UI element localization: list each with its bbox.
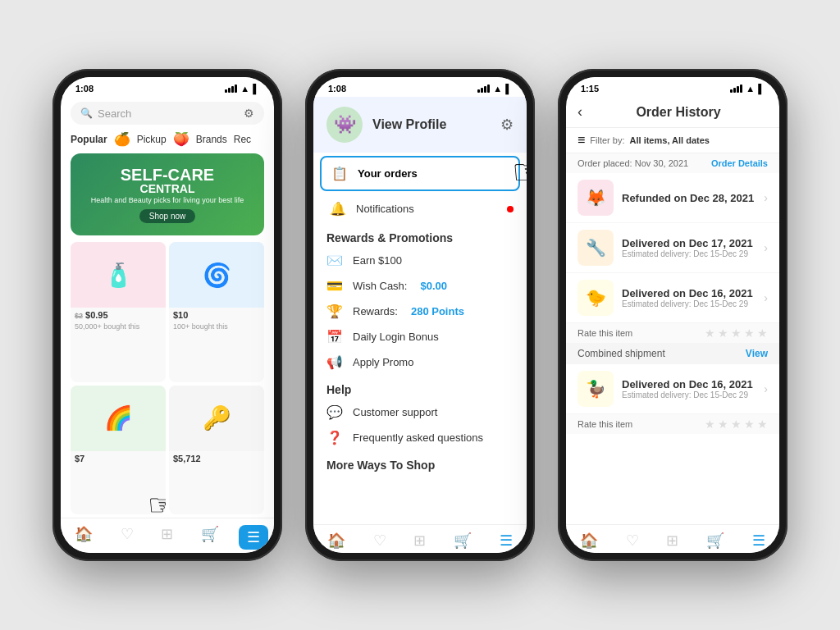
order-date-row: Order placed: Nov 30, 2021 Order Details [566, 153, 779, 173]
rate-label-2: Rate this item [578, 419, 632, 429]
back-button[interactable]: ‹ [578, 103, 582, 121]
order-item-4[interactable]: 🦆 Delivered on Dec 16, 2021 Estimated de… [566, 364, 779, 414]
nav-favorites-1[interactable]: ♡ [112, 525, 142, 550]
status-bar-3: 1:15 ▲ ▌ [566, 77, 779, 97]
tab-brands[interactable]: Brands [196, 134, 227, 145]
tab-pickup[interactable]: Pickup [137, 134, 167, 145]
earn-label: Earn $100 [353, 254, 402, 267]
product-card-2[interactable]: 🌀 $10 100+ bought this [169, 242, 264, 382]
stars-1[interactable]: ★ ★ ★ ★ ★ [705, 326, 768, 340]
customer-support-icon: 💬 [326, 404, 343, 420]
search-bar[interactable]: 🔍 Search ⚙ [71, 102, 264, 125]
battery-icon-3: ▌ [758, 84, 765, 94]
tab-popular[interactable]: Popular [71, 134, 107, 145]
order-item-2[interactable]: 🔧 Delivered on Dec 17, 2021 Estimated de… [566, 223, 779, 273]
order-est-4: Estimated delivery: Dec 15-Dec 29 [622, 390, 756, 399]
order-history-title: Order History [589, 105, 768, 120]
banner-title: SELF-CARE [121, 167, 214, 183]
orders-icon: 📋 [331, 166, 348, 181]
customer-support-item[interactable]: 💬 Customer support [313, 399, 527, 425]
apply-promo-item[interactable]: 📢 Apply Promo [313, 349, 527, 375]
nav-cart-3[interactable]: 🛒 [698, 532, 733, 550]
faq-item[interactable]: ❓ Frequently asked questions [313, 425, 527, 450]
order-img-3: 🐤 [578, 280, 614, 316]
view-profile-text: View Profile [372, 117, 491, 132]
order-status-3: Delivered on Dec 16, 2021 [622, 287, 756, 299]
profile-header[interactable]: 👾 View Profile ⚙ [313, 97, 527, 153]
search-input[interactable]: Search [98, 107, 131, 120]
cursor-hand-2: ☞ [512, 152, 527, 192]
nav-menu-3[interactable]: ☰ [744, 532, 774, 550]
wish-cash-label: Wish Cash: [353, 280, 407, 292]
product-price-1: $0.95 [85, 310, 108, 320]
cursor-hand-1: ☞ [148, 488, 166, 514]
more-ways-title: More Ways To Shop [313, 450, 527, 475]
filter-row[interactable]: ≡ Filter by: All items, All dates [566, 128, 779, 153]
product-card-4[interactable]: 🔑 $5,712 [169, 386, 264, 515]
product-buyers-2: 100+ bought this [169, 322, 264, 333]
filter-value: All items, All dates [630, 135, 710, 145]
notification-dot [507, 206, 514, 212]
order-item-1[interactable]: 🦊 Refunded on Dec 28, 2021 › [566, 173, 779, 223]
nav-categories-3[interactable]: ⊞ [658, 532, 687, 550]
faq-icon: ❓ [326, 430, 343, 445]
bottom-nav-2: 🏠 ♡ ⊞ 🛒 ☰ [313, 524, 527, 553]
product-price-2: $10 [173, 310, 188, 320]
promo-banner: SELF-CARE CENTRAL Health and Beauty pick… [71, 153, 264, 235]
notifications-item[interactable]: 🔔 Notifications [313, 194, 527, 223]
settings-icon[interactable]: ⚙ [500, 116, 514, 134]
rate-row-2: Rate this item ★ ★ ★ ★ ★ [566, 414, 779, 434]
nav-home-3[interactable]: 🏠 [572, 532, 606, 550]
nav-home-1[interactable]: 🏠 [66, 525, 101, 550]
nav-favorites-2[interactable]: ♡ [365, 532, 395, 550]
customer-support-label: Customer support [353, 406, 437, 418]
nav-cart-1[interactable]: 🛒 [193, 525, 227, 550]
stars-2[interactable]: ★ ★ ★ ★ ★ [705, 418, 768, 431]
battery-icon-1: ▌ [253, 84, 259, 94]
avatar: 👾 [326, 107, 363, 143]
status-bar-1: 1:08 ▲ ▌ [61, 77, 274, 97]
rewards-label: Rewards: [353, 305, 398, 317]
products-grid: 🧴 $2 $0.95 50,000+ bought this 🌀 $10 100… [61, 239, 274, 518]
notifications-label: Notifications [356, 203, 414, 215]
rewards-icon: 🏆 [326, 304, 343, 319]
filter-icon[interactable]: ⚙ [244, 107, 254, 120]
product-card-1[interactable]: 🧴 $2 $0.95 50,000+ bought this [71, 242, 166, 382]
your-orders-item[interactable]: 📋 Your orders ☞ [320, 156, 520, 191]
nav-categories-1[interactable]: ⊞ [153, 525, 181, 550]
filter-icon-3: ≡ [578, 133, 585, 148]
wish-cash-value: $0.00 [420, 280, 447, 292]
daily-login-label: Daily Login Bonus [353, 331, 439, 343]
nav-categories-2[interactable]: ⊞ [405, 532, 434, 550]
faq-label: Frequently asked questions [353, 431, 483, 444]
order-details-link[interactable]: Order Details [711, 158, 768, 168]
product-price-3: $7 [75, 454, 84, 463]
phone-3: 1:15 ▲ ▌ ‹ Order History [558, 69, 788, 561]
shop-now-button[interactable]: Shop now [139, 209, 195, 223]
wish-cash-icon: 💳 [326, 278, 343, 294]
nav-menu-2[interactable]: ☰ [491, 532, 521, 550]
nav-menu-1[interactable]: ☰ [239, 525, 268, 550]
daily-login-item[interactable]: 📅 Daily Login Bonus [313, 324, 527, 349]
product-buyers-1: 50,000+ bought this [71, 322, 166, 333]
combined-view-link[interactable]: View [746, 348, 768, 359]
nav-favorites-3[interactable]: ♡ [618, 532, 647, 550]
nav-home-2[interactable]: 🏠 [319, 532, 354, 550]
time-1: 1:08 [75, 84, 94, 94]
phone-2: 1:08 ▲ ▌ 👾 [305, 69, 535, 561]
tab-rec[interactable]: Rec [234, 134, 251, 145]
product-old-price-1: $2 [75, 312, 83, 320]
wish-cash-item[interactable]: 💳 Wish Cash: $0.00 [313, 273, 527, 299]
earn-icon: ✉️ [326, 253, 343, 268]
order-img-4: 🦆 [578, 371, 614, 407]
search-icon: 🔍 [80, 107, 93, 119]
category-tabs: Popular 🍊 Pickup 🍑 Brands Rec [61, 128, 274, 150]
order-info-1: Refunded on Dec 28, 2021 [622, 192, 756, 204]
rewards-item[interactable]: 🏆 Rewards: 280 Points [313, 299, 527, 324]
earn-100-item[interactable]: ✉️ Earn $100 [313, 248, 527, 273]
product-card-3[interactable]: 🌈 $7 ☞ [71, 386, 166, 515]
notifications-icon: 🔔 [330, 201, 346, 217]
chevron-2: › [764, 241, 768, 254]
order-item-3[interactable]: 🐤 Delivered on Dec 16, 2021 Estimated de… [566, 273, 779, 323]
nav-cart-2[interactable]: 🛒 [445, 532, 480, 550]
